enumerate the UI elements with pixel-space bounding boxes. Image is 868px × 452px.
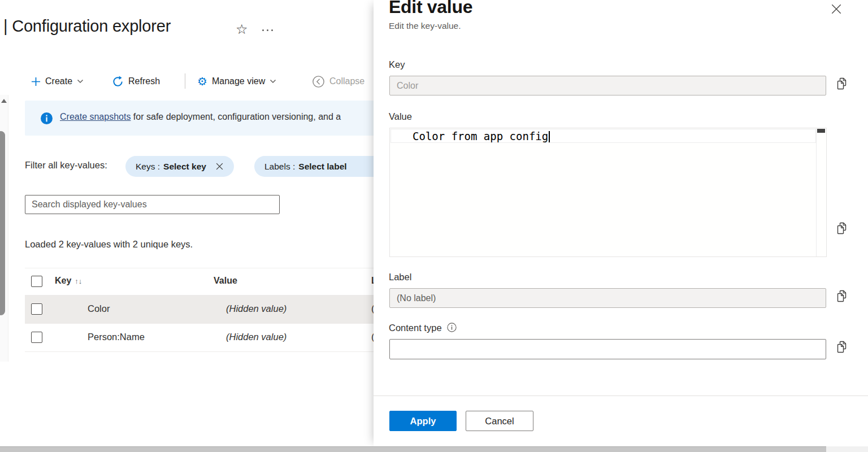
gear-icon: ⚙ [197,76,207,87]
value-text: Color from app config [413,130,548,142]
manage-view-button-label: Manage view [212,76,265,86]
copy-label-button[interactable] [835,289,849,303]
table-row[interactable]: Color (Hidden value) (No label) [25,295,374,324]
copy-value-button[interactable] [835,221,849,235]
row-value: (Hidden value) [226,332,287,342]
row-key: Color [88,303,110,314]
value-editor[interactable]: Color from app config [389,128,827,257]
chevron-down-icon [270,79,276,84]
vertical-scrollbar[interactable] [0,95,8,362]
panel-title: Edit value [389,0,472,18]
collapse-button[interactable]: Collapse [312,72,364,91]
content-type-info-icon[interactable] [447,323,457,334]
refresh-icon [112,76,124,88]
close-panel-button[interactable] [829,2,844,16]
text-cursor [549,131,550,142]
key-field-input [389,76,826,95]
toolbar-divider [185,73,185,89]
refresh-button[interactable]: Refresh [112,72,160,91]
remove-key-filter-icon[interactable] [215,162,224,171]
panel-subtitle: Edit the key-value. [389,21,461,31]
editor-scrollbar-thumb[interactable] [817,129,825,133]
edit-value-panel: Edit value Edit the key-value. Key Value… [374,0,868,446]
copy-icon [835,289,849,303]
table-row[interactable]: Person:Name (Hidden value) (No label) [25,324,374,352]
horizontal-scrollbar[interactable] [0,446,868,452]
horizontal-scrollbar-thumb[interactable] [0,446,826,452]
copy-icon [835,340,849,354]
search-input[interactable] [25,195,280,214]
sort-icon[interactable]: ↑↓ [75,277,82,285]
create-snapshots-link[interactable]: Create snapshots [60,112,131,121]
select-all-checkbox[interactable] [31,276,42,287]
column-header-value: Value [214,276,237,286]
content-type-input[interactable] [389,339,826,359]
plus-icon [31,77,41,86]
row-key: Person:Name [88,332,145,342]
editor-scrollbar-gutter [816,128,817,257]
copy-content-type-button[interactable] [835,340,849,354]
info-icon [40,112,53,127]
column-header-key[interactable]: Key↑↓ [55,276,82,286]
copy-icon [835,77,849,90]
label-field-label: Label [389,272,411,282]
copy-key-button[interactable] [835,77,849,90]
more-options-icon[interactable] [262,29,273,31]
label-field-input [389,288,826,308]
row-value: (Hidden value) [226,303,287,314]
manage-view-button[interactable]: ⚙ Manage view [197,72,276,91]
collapse-circle-icon [312,75,325,88]
collapse-button-label: Collapse [329,76,364,86]
row-checkbox[interactable] [31,332,42,343]
row-checkbox[interactable] [31,303,42,315]
content-type-field-label: Content type [389,323,457,334]
snapshot-info-banner: Create snapshots for safe deployment, co… [25,101,374,136]
filter-heading: Filter all key-values: [25,160,107,171]
create-button-label: Create [45,76,72,86]
apply-button[interactable]: Apply [389,411,457,431]
copy-icon [835,221,849,235]
labels-filter-pill[interactable]: Labels : Select label [254,156,374,177]
labels-filter-value: Select label [298,162,346,172]
vertical-scrollbar-thumb[interactable] [0,131,5,315]
favorite-star-icon[interactable]: ☆ [236,21,248,37]
key-values-table: Key↑↓ Value Label Color (Hidden value) (… [25,268,374,352]
footer-divider [374,395,868,396]
value-field-label: Value [389,111,412,122]
configuration-explorer-pane: | Configuration explorer ☆ Create Refres… [0,0,374,446]
table-header-row: Key↑↓ Value Label [25,268,374,295]
keys-filter-pill[interactable]: Keys : Select key [125,156,234,177]
close-icon [830,3,843,15]
keys-filter-prefix: Keys : [136,162,160,172]
scroll-up-arrow-icon[interactable] [1,99,7,103]
banner-message: for safe deployment, configuration versi… [133,112,341,121]
refresh-button-label: Refresh [128,76,160,86]
create-button[interactable]: Create [31,72,84,91]
chevron-down-icon [77,79,84,84]
status-text: Loaded 2 key-values with 2 unique keys. [25,239,193,250]
cancel-button[interactable]: Cancel [466,411,533,431]
key-field-label: Key [389,59,405,70]
page-title: | Configuration explorer [3,17,171,36]
keys-filter-value: Select key [163,162,206,172]
labels-filter-prefix: Labels : [264,162,295,172]
